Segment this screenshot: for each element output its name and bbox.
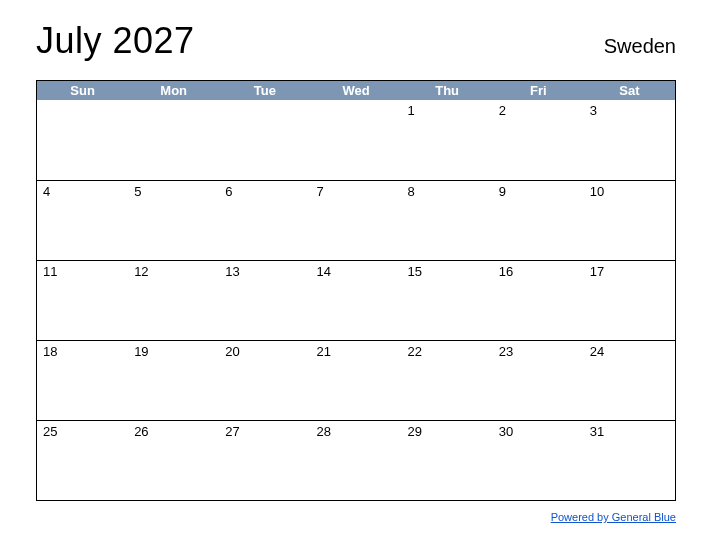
- calendar-day-cell: 6: [219, 181, 310, 260]
- calendar-day-cell: 9: [493, 181, 584, 260]
- calendar-day-cell: 24: [584, 341, 675, 420]
- calendar-day-cell: 10: [584, 181, 675, 260]
- calendar-day-cell: 15: [402, 261, 493, 340]
- calendar-day-cell: 5: [128, 181, 219, 260]
- calendar-day-cell: 4: [37, 181, 128, 260]
- calendar-day-cell: 22: [402, 341, 493, 420]
- calendar-day-cell: 1: [402, 100, 493, 180]
- weekday-header: Tue: [219, 81, 310, 100]
- calendar-day-cell: 17: [584, 261, 675, 340]
- calendar-day-cell: 7: [310, 181, 401, 260]
- calendar-day-cell: 28: [310, 421, 401, 500]
- calendar-day-cell: 11: [37, 261, 128, 340]
- calendar-header: July 2027 Sweden: [36, 20, 676, 62]
- calendar-day-cell: 27: [219, 421, 310, 500]
- weekday-header: Wed: [310, 81, 401, 100]
- calendar-day-cell: 21: [310, 341, 401, 420]
- month-year-title: July 2027: [36, 20, 195, 62]
- calendar-week-row: 11 12 13 14 15 16 17: [37, 260, 675, 340]
- powered-by-link[interactable]: Powered by General Blue: [551, 511, 676, 523]
- calendar-day-cell: 18: [37, 341, 128, 420]
- calendar-day-cell: 31: [584, 421, 675, 500]
- weekday-header: Fri: [493, 81, 584, 100]
- calendar-day-cell: 30: [493, 421, 584, 500]
- calendar-day-cell: 13: [219, 261, 310, 340]
- calendar-weeks: 1 2 3 4 5 6 7 8 9 10 11 12 13 14 15 16 1…: [37, 100, 675, 500]
- calendar-day-cell: 26: [128, 421, 219, 500]
- calendar-day-cell: 8: [402, 181, 493, 260]
- calendar-day-cell: 20: [219, 341, 310, 420]
- calendar-day-cell: [310, 100, 401, 180]
- footer: Powered by General Blue: [36, 507, 676, 525]
- weekday-header: Mon: [128, 81, 219, 100]
- calendar-day-cell: 2: [493, 100, 584, 180]
- calendar-day-cell: 3: [584, 100, 675, 180]
- calendar-day-cell: 25: [37, 421, 128, 500]
- country-label: Sweden: [604, 35, 676, 58]
- calendar-day-cell: 19: [128, 341, 219, 420]
- weekday-header: Sat: [584, 81, 675, 100]
- calendar-week-row: 18 19 20 21 22 23 24: [37, 340, 675, 420]
- calendar-day-cell: 29: [402, 421, 493, 500]
- weekday-header: Thu: [402, 81, 493, 100]
- calendar-day-cell: [128, 100, 219, 180]
- calendar-day-cell: 12: [128, 261, 219, 340]
- calendar-grid: Sun Mon Tue Wed Thu Fri Sat 1 2 3 4 5 6 …: [36, 80, 676, 501]
- calendar-week-row: 1 2 3: [37, 100, 675, 180]
- calendar-week-row: 25 26 27 28 29 30 31: [37, 420, 675, 500]
- calendar-day-cell: 14: [310, 261, 401, 340]
- calendar-week-row: 4 5 6 7 8 9 10: [37, 180, 675, 260]
- weekday-header-row: Sun Mon Tue Wed Thu Fri Sat: [37, 81, 675, 100]
- calendar-day-cell: 16: [493, 261, 584, 340]
- calendar-day-cell: [219, 100, 310, 180]
- weekday-header: Sun: [37, 81, 128, 100]
- calendar-day-cell: [37, 100, 128, 180]
- calendar-day-cell: 23: [493, 341, 584, 420]
